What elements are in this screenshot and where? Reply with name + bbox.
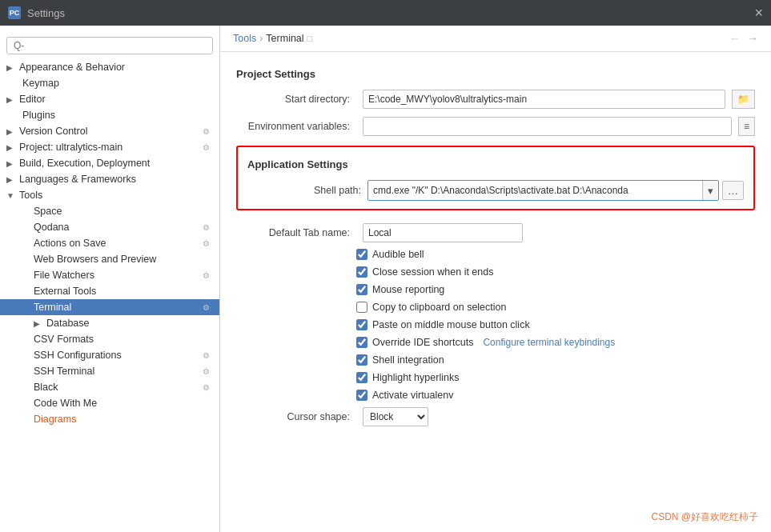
close-session-row: Close session when it ends [236, 263, 755, 281]
close-session-label: Close session when it ends [372, 266, 493, 278]
sidebar-item-ssh-configurations[interactable]: SSH Configurations ⚙ [0, 347, 219, 363]
highlight-hyperlinks-row: Highlight hyperlinks [236, 369, 755, 386]
copy-clipboard-label: Copy to clipboard on selection [372, 302, 506, 313]
settings-badge: ⚙ [203, 143, 210, 152]
sidebar-item-ssh-terminal[interactable]: SSH Terminal ⚙ [0, 363, 219, 379]
search-box [0, 32, 219, 59]
nav-forward-button[interactable]: → [747, 32, 758, 45]
highlight-hyperlinks-checkbox[interactable] [356, 372, 367, 383]
sidebar-item-label: Plugins [22, 110, 55, 121]
window-title: Settings [27, 7, 65, 19]
content-area: Tools › Terminal □ ← → Project Settings … [220, 26, 771, 442]
sidebar-item-terminal[interactable]: Terminal ⚙ [0, 299, 219, 315]
sidebar-item-build[interactable]: ▶ Build, Execution, Deployment [0, 155, 219, 171]
audible-bell-item[interactable]: Audible bell [356, 249, 424, 260]
nav-back-button[interactable]: ← [729, 32, 741, 45]
shell-integration-checkbox[interactable] [356, 354, 367, 366]
sidebar-item-label: SSH Configurations [34, 350, 122, 361]
breadcrumb-current: Terminal [266, 33, 303, 44]
application-settings-section: Application Settings Shell path: ▾ … [236, 146, 755, 210]
sidebar-item-project[interactable]: ▶ Project: ultralytics-main ⚙ [0, 139, 219, 155]
project-settings-title: Project Settings [236, 68, 755, 80]
sidebar-item-tools[interactable]: ▼ Tools [0, 187, 219, 203]
override-ide-checkbox[interactable] [356, 337, 367, 348]
sidebar-item-label: Keymap [22, 78, 59, 89]
settings-badge: ⚙ [203, 383, 210, 392]
sidebar-item-file-watchers[interactable]: File Watchers ⚙ [0, 267, 219, 283]
sidebar-item-black[interactable]: Black ⚙ [0, 379, 219, 395]
mouse-reporting-item[interactable]: Mouse reporting [356, 284, 444, 295]
mouse-reporting-row: Mouse reporting [236, 281, 755, 298]
override-ide-item[interactable]: Override IDE shortcuts [356, 337, 473, 348]
cursor-shape-select[interactable]: Block Underline Bar [363, 407, 428, 426]
copy-clipboard-item[interactable]: Copy to clipboard on selection [356, 302, 506, 313]
mouse-reporting-checkbox[interactable] [356, 284, 367, 295]
breadcrumb-parent[interactable]: Tools [233, 33, 256, 44]
sidebar-item-code-with-me[interactable]: Code With Me [0, 395, 219, 411]
sidebar-item-label: File Watchers [34, 270, 94, 281]
close-session-checkbox[interactable] [356, 266, 367, 278]
configure-keybindings-link[interactable]: Configure terminal keybindings [483, 337, 615, 348]
settings-badge: ⚙ [203, 367, 210, 376]
sidebar-item-label: Editor [19, 94, 46, 105]
sidebar-item-version-control[interactable]: ▶ Version Control ⚙ [0, 123, 219, 139]
shell-integration-row: Shell integration [236, 351, 755, 369]
mouse-reporting-label: Mouse reporting [372, 284, 444, 295]
activate-virtualenv-checkbox[interactable] [356, 390, 367, 401]
shell-path-label: Shell path: [247, 185, 367, 196]
sidebar-item-diagrams[interactable]: Diagrams [0, 411, 219, 427]
cursor-shape-row: Cursor shape: Block Underline Bar [236, 404, 755, 430]
env-variables-edit-button[interactable]: ≡ [738, 117, 755, 136]
audible-bell-row: Audible bell [236, 246, 755, 263]
arrow-icon: ▶ [6, 159, 16, 168]
paste-middle-item[interactable]: Paste on middle mouse button click [356, 319, 530, 330]
sidebar-item-label: Web Browsers and Preview [34, 254, 156, 265]
shell-integration-item[interactable]: Shell integration [356, 354, 444, 366]
sidebar-item-label: SSH Terminal [34, 366, 94, 377]
sidebar-item-keymap[interactable]: Keymap [0, 75, 219, 91]
arrow-icon: ▼ [6, 191, 16, 200]
sidebar-item-actions-on-save[interactable]: Actions on Save ⚙ [0, 235, 219, 251]
sidebar-item-csv-formats[interactable]: CSV Formats [0, 331, 219, 347]
sidebar-item-space[interactable]: Space [0, 203, 219, 219]
sidebar-item-qodana[interactable]: Qodana ⚙ [0, 219, 219, 235]
highlight-hyperlinks-item[interactable]: Highlight hyperlinks [356, 372, 459, 383]
env-variables-row: Environment variables: ≡ [236, 117, 755, 136]
audible-bell-checkbox[interactable] [356, 249, 367, 260]
start-directory-browse-button[interactable]: 📁 [732, 90, 755, 109]
sidebar-item-editor[interactable]: ▶ Editor [0, 91, 219, 107]
audible-bell-label: Audible bell [372, 249, 424, 260]
sidebar-item-web-browsers[interactable]: Web Browsers and Preview [0, 251, 219, 267]
close-session-item[interactable]: Close session when it ends [356, 266, 493, 278]
sidebar-item-label: Version Control [19, 126, 87, 137]
env-variables-input[interactable] [363, 117, 732, 136]
shell-more-button[interactable]: … [722, 181, 744, 200]
sidebar-item-label: Qodana [34, 222, 69, 233]
sidebar-item-appearance[interactable]: ▶ Appearance & Behavior [0, 59, 219, 75]
sidebar-item-plugins[interactable]: Plugins [0, 107, 219, 123]
sidebar-item-external-tools[interactable]: External Tools [0, 283, 219, 299]
shell-dropdown-button[interactable]: ▾ [702, 181, 718, 200]
copy-clipboard-checkbox[interactable] [356, 302, 367, 313]
main-content: ▶ Appearance & Behavior Keymap ▶ Editor … [0, 26, 771, 532]
shell-path-input[interactable] [368, 181, 702, 200]
close-button[interactable]: × [754, 5, 763, 22]
breadcrumb-sep: › [259, 33, 263, 44]
sidebar-item-label: Database [46, 318, 90, 329]
override-ide-label: Override IDE shortcuts [372, 337, 473, 348]
start-directory-input[interactable] [363, 90, 725, 109]
arrow-icon: ▶ [6, 95, 16, 104]
sidebar-item-languages[interactable]: ▶ Languages & Frameworks [0, 171, 219, 187]
paste-middle-checkbox[interactable] [356, 319, 367, 330]
activate-virtualenv-item[interactable]: Activate virtualenv [356, 390, 453, 401]
arrow-icon: ▶ [6, 127, 16, 136]
start-directory-row: Start directory: 📁 [236, 90, 755, 109]
default-tab-input[interactable] [363, 223, 523, 242]
arrow-icon: ▶ [6, 143, 16, 152]
sidebar-item-database[interactable]: ▶ Database [0, 315, 219, 331]
settings-content: Project Settings Start directory: 📁 Envi… [220, 52, 771, 442]
shell-integration-label: Shell integration [372, 354, 444, 366]
search-input[interactable] [6, 37, 213, 54]
breadcrumb: Tools › Terminal □ ← → [220, 26, 771, 52]
highlight-hyperlinks-label: Highlight hyperlinks [372, 372, 459, 383]
